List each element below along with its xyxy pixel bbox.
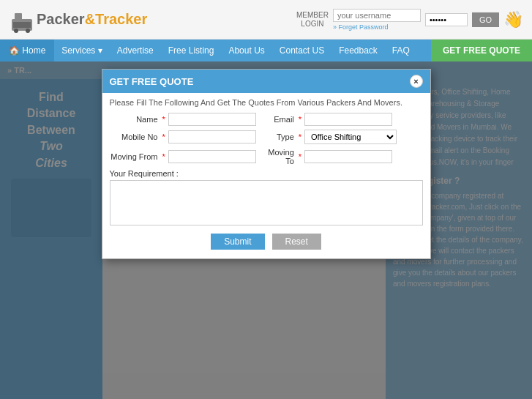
modal-title: GET FREE QUOTE bbox=[110, 76, 194, 87]
logo-icon bbox=[9, 6, 35, 34]
moving-to-input[interactable] bbox=[304, 150, 392, 163]
moving-from-label: Moving From bbox=[110, 152, 162, 161]
submit-button[interactable]: Submit bbox=[211, 234, 264, 250]
modal-body: Name * Email * Mobile No * Type * House … bbox=[102, 110, 430, 258]
email-label: Email bbox=[268, 115, 299, 124]
svg-point-2 bbox=[14, 29, 18, 33]
type-required: * bbox=[299, 133, 301, 141]
nav-about[interactable]: About Us bbox=[221, 40, 271, 61]
forgot-password[interactable]: » Forget Password bbox=[333, 23, 421, 31]
hand-icon: 👋 bbox=[503, 10, 523, 29]
moving-from-required: * bbox=[162, 152, 165, 161]
nav-advertise[interactable]: Advertise bbox=[110, 40, 161, 61]
mobile-input[interactable] bbox=[168, 130, 256, 143]
modal-close-button[interactable]: × bbox=[410, 75, 423, 88]
type-select[interactable]: House Shifting Office Shifting Vehicle T… bbox=[304, 130, 397, 144]
logo[interactable]: Packer&Tracker bbox=[9, 6, 147, 34]
nav-home[interactable]: 🏠 Home bbox=[0, 40, 54, 61]
nav-feedback[interactable]: Feedback bbox=[331, 40, 385, 61]
nav-services[interactable]: Services ▾ bbox=[54, 40, 109, 61]
moving-to-label: Moving To bbox=[268, 148, 299, 165]
password-input[interactable] bbox=[425, 13, 468, 26]
name-label: Name bbox=[110, 115, 162, 124]
header-login-area: MEMBERLOGIN » Forget Password GO 👋 bbox=[296, 9, 523, 31]
logo-text: Packer&Tracker bbox=[37, 11, 147, 28]
moving-from-input[interactable] bbox=[168, 150, 256, 163]
background-content: » TR... Find Distance Between Two Cities… bbox=[0, 61, 532, 399]
name-input[interactable] bbox=[168, 113, 256, 126]
email-required: * bbox=[299, 115, 301, 124]
go-button[interactable]: GO bbox=[472, 12, 499, 27]
svg-point-3 bbox=[26, 29, 30, 33]
name-required: * bbox=[162, 115, 165, 124]
nav-contact[interactable]: Contact US bbox=[272, 40, 331, 61]
mobile-label: Mobile No bbox=[110, 133, 162, 141]
get-free-quote-modal: GET FREE QUOTE × Please Fill The Followi… bbox=[102, 69, 431, 259]
moving-to-required: * bbox=[299, 152, 301, 161]
modal-header: GET FREE QUOTE × bbox=[102, 70, 430, 93]
nav-get-free-quote[interactable]: GET FREE QUOTE bbox=[431, 40, 532, 61]
svg-rect-4 bbox=[13, 22, 31, 28]
nav-faq[interactable]: FAQ bbox=[385, 40, 417, 61]
username-input[interactable] bbox=[333, 9, 421, 22]
nav-free-listing[interactable]: Free Listing bbox=[161, 40, 222, 61]
member-login-label: MEMBERLOGIN bbox=[296, 11, 329, 29]
navigation: 🏠 Home Services ▾ Advertise Free Listing… bbox=[0, 40, 532, 61]
type-label: Type bbox=[268, 133, 299, 141]
mobile-required: * bbox=[162, 133, 165, 141]
requirement-textarea[interactable] bbox=[110, 180, 423, 225]
svg-rect-1 bbox=[15, 13, 22, 20]
reset-button[interactable]: Reset bbox=[272, 234, 321, 250]
modal-subtitle: Please Fill The Following And Get The Qu… bbox=[102, 93, 430, 110]
email-input[interactable] bbox=[304, 113, 392, 126]
requirement-label: Your Requirement : bbox=[110, 169, 423, 178]
